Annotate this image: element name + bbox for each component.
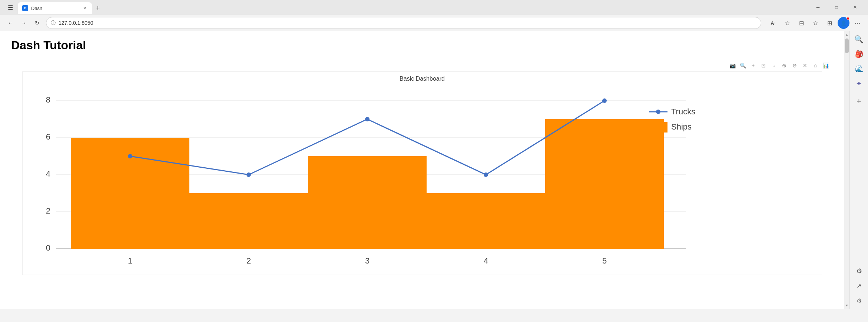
forward-btn[interactable]: → — [18, 17, 30, 29]
copilot-icon[interactable]: ✦ — [852, 77, 866, 90]
right-sidebar: 🔍 🎒 🌊 ✦ + ⚙ ↗ ⚙ — [849, 31, 868, 309]
svg-point-16 — [656, 110, 660, 114]
scroll-down-arrow[interactable]: ▼ — [844, 303, 849, 308]
bar-5 — [545, 119, 664, 249]
more-btn[interactable]: ⋯ — [852, 17, 864, 29]
svg-text:5: 5 — [602, 256, 607, 265]
maximize-btn[interactable]: □ — [828, 1, 845, 13]
chart-container: Basic Dashboard 8 6 4 2 0 — [22, 71, 822, 275]
chart-toolbar: 📷 🔍 + ⊡ ○ ⊕ ⊖ ✕ ⌂ 📊 — [11, 60, 833, 71]
chart-svg: 8 6 4 2 0 — [26, 86, 730, 271]
trucks-point-1 — [128, 154, 132, 158]
scroll-up-arrow[interactable]: ▲ — [844, 32, 849, 37]
chart-title: Basic Dashboard — [26, 76, 818, 82]
favorites-bar-btn[interactable]: ☆ — [809, 17, 821, 29]
svg-text:1: 1 — [128, 256, 132, 265]
bar-3 — [308, 156, 427, 249]
page-title: Dash Tutorial — [11, 38, 833, 52]
sidebar-toggle-btn[interactable]: ☰ — [4, 1, 16, 13]
favorites-btn[interactable]: ☆ — [781, 17, 793, 29]
zoom-in-icon[interactable]: + — [749, 61, 758, 70]
reset-icon[interactable]: ✕ — [801, 61, 809, 70]
notification-dot — [847, 17, 849, 20]
camera-icon[interactable]: 📷 — [728, 61, 737, 70]
edge-icon[interactable]: 🌊 — [852, 62, 866, 76]
svg-text:8: 8 — [46, 95, 50, 104]
svg-text:Trucks: Trucks — [671, 107, 695, 116]
zoom-icon[interactable]: 🔍 — [738, 61, 747, 70]
trucks-point-5 — [602, 98, 607, 103]
box-select-icon[interactable]: ⊡ — [759, 61, 768, 70]
svg-text:2: 2 — [246, 256, 251, 265]
close-btn[interactable]: ✕ — [847, 1, 864, 13]
minimize-btn[interactable]: ─ — [809, 1, 826, 13]
trucks-point-4 — [484, 172, 488, 177]
customize-icon[interactable]: ⚙ — [852, 294, 866, 307]
svg-text:4: 4 — [46, 169, 50, 178]
address-bar[interactable]: ⓘ 127.0.0.1:8050 — [46, 17, 761, 29]
url-info-icon: ⓘ — [51, 20, 56, 26]
collections-btn[interactable]: ⊞ — [824, 17, 835, 29]
svg-text:2: 2 — [46, 206, 50, 215]
shopping-icon[interactable]: 🎒 — [852, 47, 866, 61]
zoom-minus-icon[interactable]: ⊖ — [790, 61, 799, 70]
zoom-plus-icon[interactable]: ⊕ — [780, 61, 789, 70]
svg-text:0: 0 — [46, 243, 50, 252]
feedback-icon[interactable]: ↗ — [852, 279, 866, 292]
url-text: 127.0.0.1:8050 — [59, 20, 93, 26]
add-sidebar-btn[interactable]: + — [852, 95, 866, 108]
settings-sidebar-icon[interactable]: ⚙ — [852, 264, 866, 278]
svg-text:3: 3 — [365, 256, 370, 265]
bar-2 — [189, 193, 308, 249]
svg-text:4: 4 — [484, 256, 488, 265]
refresh-btn[interactable]: ↻ — [31, 17, 43, 29]
page-content: Dash Tutorial 📷 🔍 + ⊡ ○ ⊕ ⊖ ✕ ⌂ 📊 Basic … — [0, 31, 844, 309]
tab-close-btn[interactable]: ✕ — [82, 5, 87, 11]
read-aloud-btn[interactable]: A↑ — [767, 17, 779, 29]
profile-btn[interactable]: 👤 — [838, 17, 849, 29]
tab-title: Dash — [31, 6, 42, 11]
tab-favicon: D — [22, 5, 28, 11]
bing-search-sidebar-icon[interactable]: 🔍 — [852, 33, 866, 46]
trucks-point-3 — [365, 117, 370, 121]
svg-rect-18 — [649, 122, 667, 133]
home-icon[interactable]: ⌂ — [811, 61, 820, 70]
lasso-icon[interactable]: ○ — [769, 61, 778, 70]
new-tab-btn[interactable]: + — [92, 2, 104, 14]
plotly-icon[interactable]: 📊 — [821, 61, 830, 70]
back-btn[interactable]: ← — [4, 17, 16, 29]
scrollbar[interactable]: ▲ ▼ — [844, 31, 849, 309]
scrollbar-thumb[interactable] — [845, 38, 849, 53]
svg-text:Ships: Ships — [671, 122, 692, 131]
profile-icon-letter: 👤 — [841, 20, 847, 26]
split-screen-btn[interactable]: ⊟ — [795, 17, 807, 29]
trucks-point-2 — [246, 172, 251, 177]
svg-text:6: 6 — [46, 132, 50, 141]
bar-4 — [427, 193, 545, 249]
active-tab[interactable]: D Dash ✕ — [18, 2, 92, 14]
